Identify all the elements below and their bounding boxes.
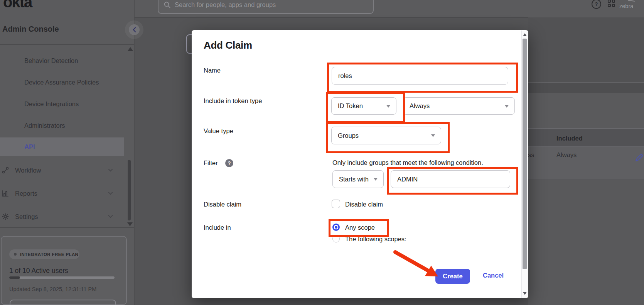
sidebar-item-api[interactable]: API: [0, 137, 124, 156]
disable-claim-checkbox[interactable]: [332, 200, 340, 208]
sidebar-item-behavior-detection[interactable]: Behavior Detection: [0, 52, 124, 69]
divider: [0, 44, 134, 45]
plan-dot-icon: [14, 253, 17, 256]
plan-action-button-clipped[interactable]: [10, 300, 116, 305]
content-area: [528, 180, 644, 305]
modal-scrollbar-thumb[interactable]: [523, 39, 527, 269]
modal-scroll-down-icon[interactable]: [523, 292, 527, 295]
filter-op-select[interactable]: Starts with: [332, 170, 384, 188]
search-input[interactable]: [174, 1, 361, 9]
select-caret-icon: [505, 105, 509, 108]
okta-admin-console: ? zebra Included ss Always okta Admin Co…: [0, 0, 644, 305]
select-caret-icon: [374, 178, 378, 181]
annotation-arrow: [388, 245, 442, 282]
disable-claim-label: Disable claim: [204, 201, 241, 208]
column-header-included: Included: [556, 135, 583, 142]
sidebar-item-administrators[interactable]: Administrators: [0, 117, 124, 134]
gear-icon: [2, 213, 9, 220]
usage-progress-track: [9, 276, 115, 279]
chevron-down-icon: [108, 191, 113, 195]
token-type-label: Include in token type: [204, 97, 262, 105]
search-icon: [164, 2, 170, 8]
clipped-cell-text: ss: [528, 151, 534, 159]
filter-hint: Only include groups that meet the follow…: [332, 159, 483, 166]
sidebar-section-settings[interactable]: Settings: [0, 208, 124, 225]
token-when-select[interactable]: Always: [403, 97, 515, 115]
account-label[interactable]: zebra: [619, 3, 644, 9]
filter-help-icon[interactable]: ?: [225, 159, 233, 167]
sidebar-section-workflow[interactable]: Workflow: [0, 161, 124, 179]
divider: [0, 227, 134, 228]
global-search[interactable]: [158, 0, 374, 14]
table-header-row: [528, 129, 644, 146]
filter-label: Filter: [204, 159, 218, 167]
table-row: [528, 147, 644, 179]
chevron-down-icon: [108, 168, 113, 172]
include-in-label: Include in: [204, 224, 231, 231]
edit-pencil-icon[interactable]: [635, 153, 644, 162]
sidebar-section-reports[interactable]: Reports: [0, 185, 124, 202]
active-users-count: 1 of 10 Active users: [9, 267, 68, 275]
sidebar-scrollbar-thumb[interactable]: [128, 160, 131, 220]
workflow-icon: [2, 166, 9, 174]
annotation-box-token-type: [326, 92, 405, 123]
sidebar-item-device-integrations[interactable]: Device Integrations: [0, 95, 124, 113]
sidebar-scroll-up-icon[interactable]: [128, 47, 133, 51]
sidebar-scroll-down-icon[interactable]: [127, 222, 133, 226]
cancel-link[interactable]: Cancel: [483, 272, 504, 279]
page-header-area: [528, 17, 644, 82]
section-band: [528, 83, 644, 93]
modal-scroll-up-icon[interactable]: [523, 33, 527, 36]
sidebar-collapse-button[interactable]: [129, 24, 140, 35]
plan-badge: INTEGRATOR FREE PLAN: [9, 249, 79, 259]
section-band: [528, 93, 644, 128]
annotation-box-name: [327, 63, 518, 93]
chevron-left-icon: [133, 27, 136, 32]
okta-logo: okta: [3, 0, 32, 11]
disable-claim-checkbox-label: Disable claim: [345, 201, 383, 208]
annotation-box-value-type: [326, 122, 450, 153]
annotation-box-any-scope: [329, 219, 389, 237]
console-title: Admin Console: [2, 25, 59, 34]
included-cell: Always: [556, 151, 577, 159]
reports-icon: [2, 190, 9, 197]
value-type-label: Value type: [204, 127, 233, 135]
name-label: Name: [204, 67, 221, 74]
usage-updated-timestamp: Updated Sep 8, 2025, 12:31:11 PM: [9, 286, 96, 292]
modal-title: Add Claim: [204, 39, 252, 51]
chevron-down-icon: [108, 215, 113, 218]
sidebar-item-device-assurance-policies[interactable]: Device Assurance Policies: [0, 73, 124, 91]
usage-progress-fill: [9, 276, 20, 279]
annotation-box-filter-value: [387, 167, 518, 195]
apps-grid-icon[interactable]: [608, 0, 615, 7]
